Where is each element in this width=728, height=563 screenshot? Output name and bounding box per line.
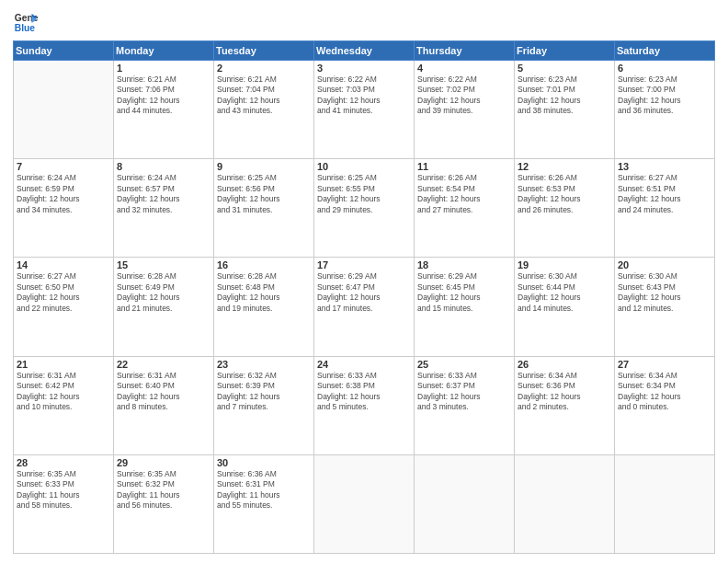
calendar-cell: 24Sunrise: 6:33 AM Sunset: 6:38 PM Dayli… — [314, 356, 415, 454]
day-info: Sunrise: 6:30 AM Sunset: 6:43 PM Dayligh… — [618, 271, 711, 314]
calendar-cell: 28Sunrise: 6:35 AM Sunset: 6:33 PM Dayli… — [14, 454, 114, 553]
calendar-cell: 21Sunrise: 6:31 AM Sunset: 6:42 PM Dayli… — [14, 356, 114, 454]
day-info: Sunrise: 6:21 AM Sunset: 7:04 PM Dayligh… — [217, 75, 311, 117]
day-number: 22 — [117, 359, 210, 370]
weekday-header-wednesday: Wednesday — [314, 41, 415, 61]
calendar-cell: 5Sunrise: 6:23 AM Sunset: 7:01 PM Daylig… — [515, 61, 615, 159]
day-info: Sunrise: 6:27 AM Sunset: 6:51 PM Dayligh… — [618, 173, 711, 215]
calendar-cell: 13Sunrise: 6:27 AM Sunset: 6:51 PM Dayli… — [615, 159, 715, 258]
week-row-0: 1Sunrise: 6:21 AM Sunset: 7:06 PM Daylig… — [14, 61, 715, 159]
calendar-cell — [515, 454, 615, 553]
day-info: Sunrise: 6:31 AM Sunset: 6:40 PM Dayligh… — [117, 371, 210, 413]
day-number: 23 — [217, 359, 311, 370]
page: General Blue SundayMondayTuesdayWednesda… — [0, 0, 728, 563]
day-info: Sunrise: 6:23 AM Sunset: 7:00 PM Dayligh… — [618, 75, 711, 117]
svg-text:Blue: Blue — [15, 23, 36, 33]
day-number: 7 — [17, 161, 110, 172]
calendar-cell: 22Sunrise: 6:31 AM Sunset: 6:40 PM Dayli… — [114, 356, 214, 454]
day-info: Sunrise: 6:23 AM Sunset: 7:01 PM Dayligh… — [518, 75, 611, 117]
day-info: Sunrise: 6:33 AM Sunset: 6:38 PM Dayligh… — [317, 371, 411, 413]
calendar-cell: 27Sunrise: 6:34 AM Sunset: 6:34 PM Dayli… — [615, 356, 715, 454]
calendar-cell: 15Sunrise: 6:28 AM Sunset: 6:49 PM Dayli… — [114, 258, 214, 356]
day-info: Sunrise: 6:25 AM Sunset: 6:56 PM Dayligh… — [217, 173, 311, 215]
weekday-header-row: SundayMondayTuesdayWednesdayThursdayFrid… — [14, 41, 715, 61]
day-info: Sunrise: 6:28 AM Sunset: 6:48 PM Dayligh… — [217, 271, 311, 314]
day-info: Sunrise: 6:28 AM Sunset: 6:49 PM Dayligh… — [117, 271, 210, 314]
calendar-cell: 12Sunrise: 6:26 AM Sunset: 6:53 PM Dayli… — [515, 159, 615, 258]
weekday-header-sunday: Sunday — [14, 41, 114, 61]
calendar-cell: 10Sunrise: 6:25 AM Sunset: 6:55 PM Dayli… — [314, 159, 415, 258]
calendar-cell: 11Sunrise: 6:26 AM Sunset: 6:54 PM Dayli… — [415, 159, 515, 258]
day-info: Sunrise: 6:22 AM Sunset: 7:02 PM Dayligh… — [417, 75, 511, 117]
day-info: Sunrise: 6:26 AM Sunset: 6:53 PM Dayligh… — [518, 173, 611, 215]
day-info: Sunrise: 6:24 AM Sunset: 6:59 PM Dayligh… — [17, 173, 110, 215]
day-info: Sunrise: 6:33 AM Sunset: 6:37 PM Dayligh… — [417, 371, 511, 413]
day-info: Sunrise: 6:26 AM Sunset: 6:54 PM Dayligh… — [417, 173, 511, 215]
day-info: Sunrise: 6:35 AM Sunset: 6:33 PM Dayligh… — [17, 469, 110, 511]
calendar-cell: 9Sunrise: 6:25 AM Sunset: 6:56 PM Daylig… — [214, 159, 314, 258]
weekday-header-tuesday: Tuesday — [214, 41, 314, 61]
day-info: Sunrise: 6:21 AM Sunset: 7:06 PM Dayligh… — [117, 75, 210, 117]
day-number: 10 — [317, 161, 411, 172]
day-info: Sunrise: 6:34 AM Sunset: 6:34 PM Dayligh… — [618, 371, 711, 413]
day-number: 8 — [117, 161, 210, 172]
day-info: Sunrise: 6:35 AM Sunset: 6:32 PM Dayligh… — [117, 469, 210, 511]
calendar-cell — [415, 454, 515, 553]
week-row-2: 14Sunrise: 6:27 AM Sunset: 6:50 PM Dayli… — [14, 258, 715, 356]
calendar-cell: 14Sunrise: 6:27 AM Sunset: 6:50 PM Dayli… — [14, 258, 114, 356]
day-number: 29 — [117, 457, 210, 468]
day-number: 17 — [317, 259, 411, 270]
logo-icon: General Blue — [13, 9, 39, 35]
day-number: 15 — [117, 259, 210, 270]
calendar-cell: 20Sunrise: 6:30 AM Sunset: 6:43 PM Dayli… — [615, 258, 715, 356]
day-number: 11 — [417, 161, 511, 172]
week-row-4: 28Sunrise: 6:35 AM Sunset: 6:33 PM Dayli… — [14, 454, 715, 553]
day-info: Sunrise: 6:29 AM Sunset: 6:45 PM Dayligh… — [417, 271, 511, 314]
day-number: 12 — [518, 161, 611, 172]
day-number: 1 — [117, 63, 210, 74]
day-number: 18 — [417, 259, 511, 270]
day-number: 25 — [417, 359, 511, 370]
day-number: 30 — [217, 457, 311, 468]
calendar-cell: 26Sunrise: 6:34 AM Sunset: 6:36 PM Dayli… — [515, 356, 615, 454]
day-info: Sunrise: 6:30 AM Sunset: 6:44 PM Dayligh… — [518, 271, 611, 314]
calendar-cell: 19Sunrise: 6:30 AM Sunset: 6:44 PM Dayli… — [515, 258, 615, 356]
calendar-cell: 6Sunrise: 6:23 AM Sunset: 7:00 PM Daylig… — [615, 61, 715, 159]
calendar-cell: 3Sunrise: 6:22 AM Sunset: 7:03 PM Daylig… — [314, 61, 415, 159]
day-info: Sunrise: 6:36 AM Sunset: 6:31 PM Dayligh… — [217, 469, 311, 511]
weekday-header-monday: Monday — [114, 41, 214, 61]
header: General Blue — [13, 9, 715, 35]
week-row-3: 21Sunrise: 6:31 AM Sunset: 6:42 PM Dayli… — [14, 356, 715, 454]
calendar-table: SundayMondayTuesdayWednesdayThursdayFrid… — [13, 40, 715, 554]
day-number: 4 — [417, 63, 511, 74]
calendar-cell: 25Sunrise: 6:33 AM Sunset: 6:37 PM Dayli… — [415, 356, 515, 454]
day-number: 28 — [17, 457, 110, 468]
day-number: 27 — [618, 359, 711, 370]
day-number: 20 — [618, 259, 711, 270]
day-number: 6 — [618, 63, 711, 74]
day-number: 26 — [518, 359, 611, 370]
calendar-cell: 2Sunrise: 6:21 AM Sunset: 7:04 PM Daylig… — [214, 61, 314, 159]
calendar-cell: 1Sunrise: 6:21 AM Sunset: 7:06 PM Daylig… — [114, 61, 214, 159]
day-info: Sunrise: 6:34 AM Sunset: 6:36 PM Dayligh… — [518, 371, 611, 413]
day-info: Sunrise: 6:29 AM Sunset: 6:47 PM Dayligh… — [317, 271, 411, 314]
day-info: Sunrise: 6:31 AM Sunset: 6:42 PM Dayligh… — [17, 371, 110, 413]
day-number: 3 — [317, 63, 411, 74]
calendar-cell: 4Sunrise: 6:22 AM Sunset: 7:02 PM Daylig… — [415, 61, 515, 159]
calendar-cell — [615, 454, 715, 553]
weekday-header-friday: Friday — [515, 41, 615, 61]
day-info: Sunrise: 6:25 AM Sunset: 6:55 PM Dayligh… — [317, 173, 411, 215]
weekday-header-thursday: Thursday — [415, 41, 515, 61]
calendar-cell: 23Sunrise: 6:32 AM Sunset: 6:39 PM Dayli… — [214, 356, 314, 454]
calendar-cell: 18Sunrise: 6:29 AM Sunset: 6:45 PM Dayli… — [415, 258, 515, 356]
calendar-cell: 17Sunrise: 6:29 AM Sunset: 6:47 PM Dayli… — [314, 258, 415, 356]
day-number: 9 — [217, 161, 311, 172]
logo: General Blue — [13, 9, 42, 35]
day-number: 21 — [17, 359, 110, 370]
day-number: 2 — [217, 63, 311, 74]
day-info: Sunrise: 6:22 AM Sunset: 7:03 PM Dayligh… — [317, 75, 411, 117]
day-number: 14 — [17, 259, 110, 270]
day-info: Sunrise: 6:32 AM Sunset: 6:39 PM Dayligh… — [217, 371, 311, 413]
calendar-cell: 29Sunrise: 6:35 AM Sunset: 6:32 PM Dayli… — [114, 454, 214, 553]
calendar-cell: 7Sunrise: 6:24 AM Sunset: 6:59 PM Daylig… — [14, 159, 114, 258]
